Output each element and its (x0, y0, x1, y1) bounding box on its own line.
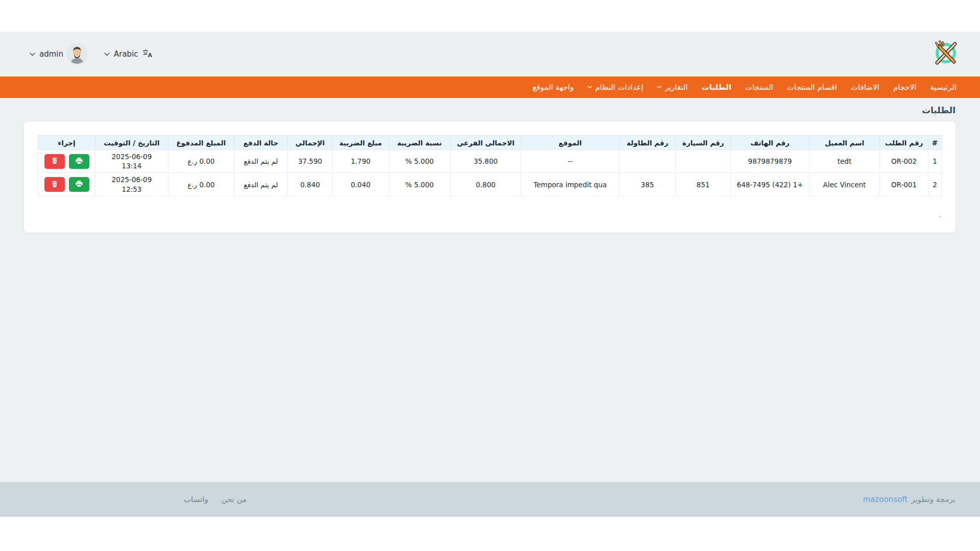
bottom-white-strip (0, 517, 980, 551)
cell-total: 37.590 (288, 150, 333, 173)
nav-item-label: الاحجام (893, 83, 917, 92)
top-white-strip (0, 0, 980, 32)
nav-item-label: التقارير (665, 83, 688, 92)
cell-datetime: 2025-06-09 13:14 (95, 150, 168, 173)
avatar[interactable] (67, 44, 87, 64)
cell-index: 2 (928, 173, 942, 196)
delete-button[interactable] (44, 154, 65, 169)
cell-tax-rate: 5.000 % (389, 150, 451, 173)
cell-paid-amount: 0.00 ر.ع (168, 150, 234, 173)
nav-item-product-categories[interactable]: اقسام المنتجات (787, 83, 837, 92)
language-menu[interactable]: Arabic A (104, 48, 153, 60)
col-header-car-no: رقم السيارة (676, 136, 731, 150)
cell-order-no: OR-001 (880, 173, 928, 196)
nav-item-label: الطلبات (702, 83, 731, 92)
cell-subtotal: 35.800 (451, 150, 521, 173)
nav-item-label: الاضافات (851, 83, 879, 92)
chevron-down-icon (30, 53, 35, 56)
cell-index: 1 (928, 150, 942, 173)
cell-car-no: 851 (676, 173, 731, 196)
delete-button[interactable] (44, 177, 65, 192)
nav-item-label: إعدادات النظام (595, 83, 643, 92)
cell-customer: Alec Vincent (810, 173, 880, 196)
chevron-down-icon (104, 53, 110, 56)
restaurant-logo-icon (931, 38, 961, 70)
table-row: 2 OR-001 Alec Vincent +1 (422) 648-7495 … (38, 173, 942, 196)
nav-item-home[interactable]: الرئيسية (930, 83, 957, 92)
footer-links: من نحن واتساب (184, 482, 247, 517)
col-header-paid-amount: المبلغ المدفوع (168, 136, 234, 150)
col-header-actions: إجراء (38, 136, 95, 150)
cell-paid-amount: 0.00 ر.ع (168, 173, 234, 196)
main-content: الطلبات # رقم الطلب اسم العميل رقم الهات… (0, 98, 980, 482)
nav-item-products[interactable]: المنتجات (745, 83, 773, 92)
datetime-text: 2025-06-09 13:14 (110, 152, 154, 170)
user-name: admin (39, 49, 63, 59)
header-left-group: admin Arabic (30, 44, 153, 64)
nav-item-label: اقسام المنتجات (787, 83, 837, 92)
main-nav: الرئيسية الاحجام الاضافات اقسام المنتجات… (0, 77, 980, 98)
orders-card: # رقم الطلب اسم العميل رقم الهاتف رقم ال… (24, 121, 955, 233)
nav-item-sizes[interactable]: الاحجام (893, 83, 917, 92)
footer-link-about[interactable]: من نحن (222, 495, 247, 504)
datetime-text: 2025-06-09 12:53 (110, 175, 154, 193)
nav-item-label: المنتجات (745, 83, 773, 92)
cell-car-no (676, 150, 731, 173)
cell-customer: tedt (810, 150, 880, 173)
cell-tax-amount: 0.040 (333, 173, 389, 196)
cell-tax-amount: 1.790 (333, 150, 389, 173)
trash-icon (51, 180, 58, 189)
cell-phone: 9879879879 (731, 150, 810, 173)
cell-location: Tempora impedit qua (521, 173, 620, 196)
nav-item-label: الرئيسية (930, 83, 957, 92)
user-menu[interactable]: admin (30, 44, 87, 64)
footer-credit: برمجة وتطوير mazoonsoft (863, 482, 955, 517)
cell-table-no: 385 (620, 173, 676, 196)
col-header-customer: اسم العميل (810, 136, 880, 150)
print-button[interactable] (69, 154, 89, 169)
col-header-location: الموقع (521, 136, 620, 150)
nav-item-system-settings[interactable]: إعدادات النظام (587, 83, 643, 92)
nav-item-reports[interactable]: التقارير (657, 83, 688, 92)
printer-icon (75, 157, 83, 166)
svg-text:A: A (148, 52, 152, 58)
col-header-phone: رقم الهاتف (731, 136, 810, 150)
nav-item-label: واجهة الموقع (532, 83, 574, 92)
table-header-row: # رقم الطلب اسم العميل رقم الهاتف رقم ال… (38, 136, 942, 150)
credit-text: برمجة وتطوير (911, 495, 955, 504)
printer-icon (75, 180, 83, 189)
col-header-table-no: رقم الطاولة (620, 136, 676, 150)
stray-dot: . (939, 211, 941, 218)
col-header-tax-amount: مبلغ الضريبة (333, 136, 389, 150)
cell-order-no: OR-002 (880, 150, 928, 173)
nav-item-addons[interactable]: الاضافات (851, 83, 879, 92)
nav-item-site-interface[interactable]: واجهة الموقع (532, 83, 574, 92)
footer-link-whatsapp[interactable]: واتساب (184, 495, 208, 504)
page-title: الطلبات (24, 105, 955, 115)
credit-brand-link[interactable]: mazoonsoft (863, 495, 908, 504)
translate-icon: A (142, 48, 153, 60)
language-selected: Arabic (114, 49, 138, 59)
cell-phone: +1 (422) 648-7495 (731, 173, 810, 196)
cell-total: 0.840 (288, 173, 333, 196)
trash-icon (51, 157, 58, 166)
print-button[interactable] (69, 177, 89, 192)
cell-datetime: 2025-06-09 12:53 (95, 173, 168, 196)
nav-item-orders[interactable]: الطلبات (702, 83, 731, 92)
cell-payment-status: لم يتم الدفع (234, 173, 288, 196)
col-header-order-no: رقم الطلب (880, 136, 928, 150)
col-header-datetime: التاريخ / التوقيت (95, 136, 168, 150)
chevron-down-icon (587, 86, 592, 89)
cell-subtotal: 0.800 (451, 173, 521, 196)
cell-actions (38, 173, 95, 196)
cell-actions (38, 150, 95, 173)
chevron-down-icon (657, 86, 662, 89)
table-row: 1 OR-002 tedt 9879879879 -- 35.800 5.000… (38, 150, 942, 173)
col-header-subtotal: الاجمالي الفرعي (451, 136, 521, 150)
footer-bar: من نحن واتساب برمجة وتطوير mazoonsoft (0, 482, 980, 517)
cell-location: -- (521, 150, 620, 173)
col-header-payment-status: حالة الدفع (234, 136, 288, 150)
cell-tax-rate: 5.000 % (389, 173, 451, 196)
col-header-tax-rate: نسبة الضريبة (389, 136, 451, 150)
orders-table: # رقم الطلب اسم العميل رقم الهاتف رقم ال… (38, 135, 942, 196)
